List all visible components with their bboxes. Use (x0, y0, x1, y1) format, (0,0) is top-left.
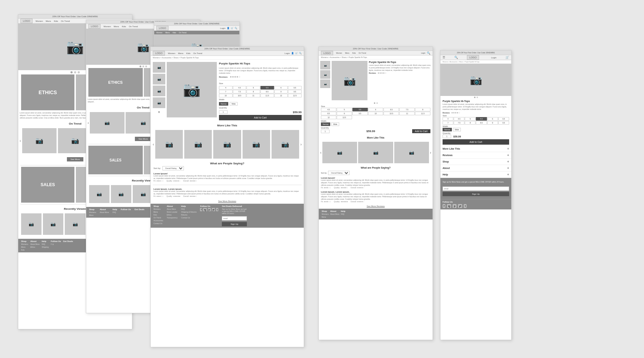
nav-ontrend-1[interactable]: On Trend (61, 20, 70, 22)
nav-kids-2[interactable]: Kids (122, 25, 126, 28)
s-9-5[interactable]: 9 (337, 112, 352, 115)
qty-input-4[interactable]: 1 (219, 110, 228, 114)
pin-icon[interactable]: p (208, 208, 211, 211)
nav-m5[interactable]: Mens (345, 52, 349, 54)
sz-6[interactable]: 6 (274, 86, 288, 90)
s-75-5[interactable]: 7.5 (399, 108, 415, 111)
login-5[interactable]: Login (421, 52, 425, 54)
login-4[interactable]: Login (284, 52, 290, 54)
prev-2[interactable]: ‹ (88, 121, 89, 125)
smr-5[interactable]: See More Reviews (319, 204, 433, 209)
shop-accordion-6[interactable]: Shop + (440, 159, 511, 165)
qty-5[interactable]: 1 (321, 130, 330, 133)
nav-mens-2[interactable]: Mens (114, 25, 119, 28)
cat-mens-3[interactable]: Mens (165, 32, 170, 34)
nav-kids-1[interactable]: Kids (54, 20, 58, 22)
mlt-accordion-6[interactable]: More Like This + (440, 146, 511, 152)
cat-women-3[interactable]: Women (156, 32, 162, 34)
nav-women-2[interactable]: Women (103, 25, 111, 28)
width-narrow-4[interactable]: Narrow (219, 102, 228, 106)
email-input-6[interactable] (443, 187, 509, 191)
nav-m4[interactable]: Mens (178, 52, 184, 54)
see-more-btn-2[interactable]: See More (135, 137, 151, 141)
ig-6[interactable]: ig (447, 204, 451, 208)
sz-10[interactable]: 10 (219, 94, 233, 97)
s-12-5[interactable]: 12 (321, 116, 336, 119)
th-51[interactable]: 📷 (320, 61, 330, 69)
search-4[interactable]: 🔍 (299, 52, 302, 54)
nav-w4[interactable]: Women (168, 52, 175, 54)
tw-6[interactable]: t (464, 204, 467, 208)
sz-9[interactable]: 9 (274, 90, 288, 93)
nav-w5[interactable]: Women (336, 52, 342, 54)
sz-95[interactable]: 9.5 (288, 90, 302, 93)
email-input-4[interactable] (222, 216, 247, 221)
w-narrow-6[interactable]: Narrow (443, 128, 452, 131)
s-95-5[interactable]: 9.5 (352, 112, 368, 115)
sort-select-4[interactable]: Overall Rating (162, 166, 184, 170)
cat-kids-3[interactable]: Kids (172, 32, 176, 34)
cart-6[interactable]: 🛒 (506, 56, 509, 59)
nav-k4[interactable]: Kids (186, 52, 190, 54)
nav-t5[interactable]: On Trend (358, 52, 366, 54)
s-85-5[interactable]: 8.5 (321, 112, 336, 115)
signup-btn-6[interactable]: Sign Up (443, 192, 509, 196)
s-5-5[interactable]: 5 (337, 108, 352, 111)
fb-icon[interactable]: f (200, 208, 202, 211)
mlt-prev-5[interactable]: ‹ (320, 151, 321, 155)
add-to-cart-4[interactable]: Add to Cart (219, 115, 302, 120)
cart-3[interactable]: 🛒 (231, 27, 233, 29)
thumb-42[interactable]: 📷 (153, 74, 165, 84)
about-accordion-6[interactable]: About + (440, 165, 511, 171)
yt-icon[interactable]: yt (212, 208, 215, 211)
fb-6[interactable]: f (443, 204, 445, 208)
ml-prev-4[interactable]: ‹ (153, 142, 154, 146)
s-8-5[interactable]: 8 (415, 108, 430, 111)
sz-45[interactable]: 4.5 (233, 86, 247, 90)
sz-75[interactable]: 7.5 (233, 90, 247, 93)
thumb-43[interactable]: 📷 (153, 86, 165, 96)
s-45-5[interactable]: 4.5 (321, 108, 336, 111)
search-5[interactable]: 🔍 (427, 52, 430, 55)
login-6[interactable]: Login (491, 57, 497, 59)
tw-icon[interactable]: t (216, 208, 218, 211)
w-wide-6[interactable]: Wide (453, 128, 460, 131)
sz-85[interactable]: 8.5 (260, 90, 274, 93)
ml-next-4[interactable]: › (301, 142, 302, 146)
nav-ontrend-2[interactable]: On Trend (129, 25, 138, 28)
prev-arrow-1[interactable]: ‹ (20, 139, 21, 143)
search-3[interactable]: 🔍 (235, 27, 237, 29)
s-6-5[interactable]: 6 (368, 108, 384, 111)
s-10-5[interactable]: 10 (368, 112, 384, 115)
th-52[interactable]: 📷 (320, 70, 330, 79)
width-wide-4[interactable]: Wide (230, 102, 237, 106)
help-accordion-6[interactable]: Help + (440, 171, 511, 178)
mlt-next-5[interactable]: › (430, 151, 431, 155)
qty-6[interactable]: 1 (443, 135, 451, 138)
sz-12[interactable]: 12 (274, 94, 288, 97)
sz-105[interactable]: 10.5 (233, 94, 247, 97)
s-11-5[interactable]: 11 (399, 112, 415, 115)
w-wide-5[interactable]: Wide (331, 122, 339, 126)
sz-115[interactable]: 11.5 (260, 94, 274, 97)
nav-k5[interactable]: Kids (352, 52, 356, 54)
see-more-btn-1[interactable]: See More (67, 157, 83, 161)
sz-65[interactable]: 6.5 (288, 86, 302, 90)
hamburger-icon[interactable]: ☰ (443, 56, 445, 59)
search-6[interactable]: 🔍 (454, 56, 458, 59)
atc-6[interactable]: Add to Cart (443, 139, 509, 145)
nav-women-1[interactable]: Women (35, 20, 43, 22)
cat-trend-3[interactable]: On Trend (179, 32, 186, 34)
nav-t4[interactable]: On Trend (193, 52, 202, 54)
s-115-5[interactable]: 11.5 (415, 112, 430, 115)
nav-mens-1[interactable]: Mens (46, 20, 51, 22)
sign-up-btn-4[interactable]: Sign Up (222, 222, 247, 226)
sz-125[interactable]: 12.5 (288, 94, 302, 97)
login-3[interactable]: Login (220, 27, 225, 29)
rev-accordion-6[interactable]: Reviews + (440, 152, 511, 159)
sz-55[interactable]: 5.5 (260, 86, 274, 90)
atc-5[interactable]: Add to Cart (412, 129, 430, 133)
s-105-5[interactable]: 10.5 (384, 112, 399, 115)
yt-6[interactable]: yt (458, 204, 462, 208)
sz-11[interactable]: 11 (247, 94, 260, 97)
